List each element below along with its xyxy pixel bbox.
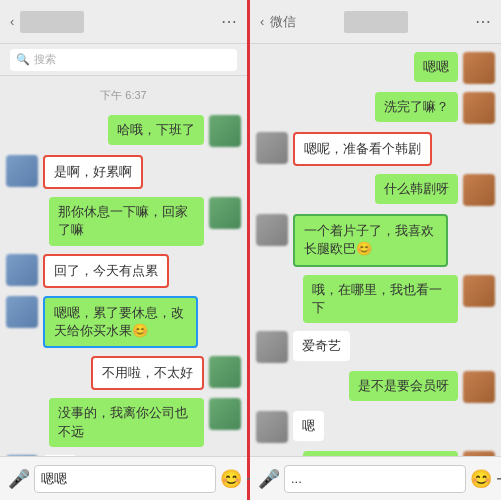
bubble: 嗯嗯 (414, 52, 458, 82)
table-row: 洗完了嘛？ (256, 92, 495, 124)
avatar (209, 115, 241, 147)
left-header-left: ‹ 微信 (10, 11, 84, 33)
message-text: 嗯嗯 (423, 59, 449, 74)
table-row: 嗯呢，准备看个韩剧 (256, 132, 495, 166)
right-messages: 嗯嗯 洗完了嘛？ 嗯呢，准备看个韩剧 什么韩剧呀 (250, 44, 501, 456)
table-row: 没事的，我离你公司也不远 (6, 398, 241, 446)
avatar (463, 92, 495, 124)
table-row: 一个着片子了，我喜欢长腿欧巴😊 (256, 214, 495, 266)
right-voice-icon[interactable]: 🎤 (258, 468, 280, 490)
bubble: 是啊，好累啊 (43, 155, 143, 189)
bubble: 一个着片子了，我喜欢长腿欧巴😊 (293, 214, 448, 266)
message-text: 嗯嗯，累了要休息，改天给你买水果😊 (54, 305, 184, 338)
table-row: 嗯嗯 (256, 52, 495, 84)
message-text: 哦，在哪里，我也看一下 (312, 282, 442, 315)
avatar (209, 398, 241, 430)
avatar (256, 411, 288, 443)
left-emoji-icon[interactable]: 😊 (220, 468, 242, 490)
table-row: 不用啦，不太好 (6, 356, 241, 390)
avatar (6, 254, 38, 286)
bubble: 哦，你看完干什么？睡觉吗？ (303, 451, 458, 456)
avatar (6, 296, 38, 328)
right-more-icon[interactable]: ⋯ (475, 12, 491, 31)
message-text: 哈哦，下班了 (117, 122, 195, 137)
table-row: 回了，今天有点累 (6, 254, 241, 288)
bubble: 是不是要会员呀 (349, 371, 458, 401)
avatar (256, 331, 288, 363)
avatar (463, 52, 495, 84)
table-row: 什么韩剧呀 (256, 174, 495, 206)
left-search-bar: 🔍 搜索 (0, 44, 247, 76)
table-row: 是啊，好累啊 (6, 155, 241, 189)
search-icon: 🔍 (16, 53, 30, 66)
avatar (463, 451, 495, 456)
message-text: 不用啦，不太好 (102, 365, 193, 380)
avatar (463, 275, 495, 307)
right-input[interactable] (284, 465, 466, 493)
table-row: 那你休息一下嘛，回家了嘛 (6, 197, 241, 245)
bubble: 哈哦，下班了 (108, 115, 204, 145)
bubble: 不用啦，不太好 (91, 356, 204, 390)
right-back-label[interactable]: 微信 (270, 13, 296, 31)
message-text: 爱奇艺 (302, 338, 341, 353)
bubble: 爱奇艺 (293, 331, 350, 361)
left-search-inner[interactable]: 🔍 搜索 (10, 49, 237, 71)
left-chat-panel: ‹ 微信 ⋯ 🔍 搜索 下午 6:37 哈哦，下班了 是啊，好累啊 (0, 0, 250, 500)
message-text: 一个着片子了，我喜欢长腿欧巴😊 (304, 223, 434, 256)
avatar (256, 214, 288, 246)
bubble: 什么韩剧呀 (375, 174, 458, 204)
right-back-icon[interactable]: ‹ (260, 14, 264, 29)
bubble: 没事的，我离你公司也不远 (49, 398, 204, 446)
bubble: 😄 (43, 455, 77, 456)
left-header-title: 微信 (20, 11, 84, 33)
avatar (463, 174, 495, 206)
bubble: 嗯嗯，累了要休息，改天给你买水果😊 (43, 296, 198, 348)
bubble: 回了，今天有点累 (43, 254, 169, 288)
bubble: 嗯呢，准备看个韩剧 (293, 132, 432, 166)
left-more-icon[interactable]: ⋯ (221, 12, 237, 31)
right-chat-panel: ‹ 微信 微信 ⋯ 嗯嗯 洗完了嘛？ 嗯呢，准备看个韩剧 (250, 0, 501, 500)
left-footer: 🎤 😊 + (0, 456, 247, 500)
message-text: 那你休息一下嘛，回家了嘛 (58, 204, 188, 237)
message-text: 回了，今天有点累 (54, 263, 158, 278)
message-text: 嗯呢，准备看个韩剧 (304, 141, 421, 156)
left-time-label: 下午 6:37 (6, 88, 241, 103)
left-input[interactable] (34, 465, 216, 493)
bubble: 洗完了嘛？ (375, 92, 458, 122)
bubble: 那你休息一下嘛，回家了嘛 (49, 197, 204, 245)
message-text: 什么韩剧呀 (384, 181, 449, 196)
message-text: 洗完了嘛？ (384, 99, 449, 114)
avatar (209, 197, 241, 229)
message-text: 是不是要会员呀 (358, 378, 449, 393)
avatar (6, 155, 38, 187)
right-emoji-icon[interactable]: 😊 (470, 468, 492, 490)
avatar (6, 455, 38, 456)
table-row: 哦，在哪里，我也看一下 (256, 275, 495, 323)
table-row: 是不是要会员呀 (256, 371, 495, 403)
left-header: ‹ 微信 ⋯ (0, 0, 247, 44)
right-footer: 🎤 😊 + (250, 456, 501, 500)
table-row: 爱奇艺 (256, 331, 495, 363)
message-text: 没事的，我离你公司也不远 (58, 405, 188, 438)
table-row: 哈哦，下班了 (6, 115, 241, 147)
avatar (463, 371, 495, 403)
right-header: ‹ 微信 微信 ⋯ (250, 0, 501, 44)
table-row: 嗯嗯，累了要休息，改天给你买水果😊 (6, 296, 241, 348)
avatar (209, 356, 241, 388)
avatar (256, 132, 288, 164)
message-text: 是啊，好累啊 (54, 164, 132, 179)
left-voice-icon[interactable]: 🎤 (8, 468, 30, 490)
left-search-placeholder: 搜索 (34, 52, 56, 67)
left-messages: 下午 6:37 哈哦，下班了 是啊，好累啊 那你休息一下嘛，回家了嘛 (0, 76, 247, 456)
right-header-left: ‹ 微信 (260, 13, 296, 31)
bubble: 嗯 (293, 411, 324, 441)
right-header-title: 微信 (344, 11, 408, 33)
left-back-icon[interactable]: ‹ (10, 14, 14, 29)
table-row: 嗯 (256, 411, 495, 443)
right-add-icon[interactable]: + (496, 466, 501, 492)
message-text: 嗯 (302, 418, 315, 433)
bubble: 哦，在哪里，我也看一下 (303, 275, 458, 323)
